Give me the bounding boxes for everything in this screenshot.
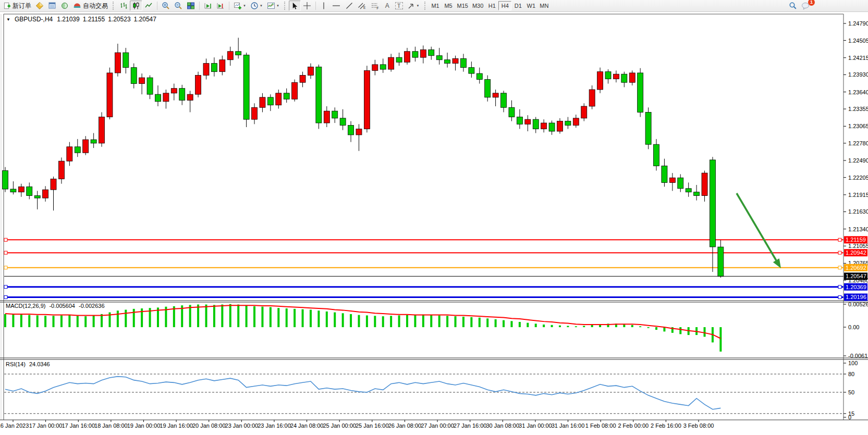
candle-body	[396, 57, 402, 62]
candle-body	[99, 117, 105, 143]
rsi-label: RSI(14) 24.0346	[6, 361, 50, 367]
indicators-icon	[267, 2, 275, 10]
vertical-line-tool-button[interactable]	[318, 1, 329, 11]
chart-window: 1.247901.245051.242151.239301.236401.233…	[0, 12, 868, 435]
candle	[654, 139, 659, 171]
hline-handle[interactable]	[838, 295, 841, 299]
candle-body	[525, 119, 531, 124]
macd-signal-line	[5, 305, 720, 339]
macd-histogram-bar	[20, 314, 22, 327]
auto-scroll-button[interactable]	[202, 1, 214, 11]
text-label-tool-button[interactable]: T	[393, 1, 405, 11]
timeframe-m15[interactable]: M15	[455, 1, 470, 10]
hline-handle[interactable]	[838, 238, 841, 241]
cursor-tool-button[interactable]	[289, 1, 301, 11]
macd-name: MACD(12,26,9)	[6, 303, 45, 309]
time-tick-label: 1 Feb 08:00	[585, 422, 616, 429]
tile-windows-button[interactable]	[185, 1, 197, 11]
timeframe-m30[interactable]: M30	[470, 1, 485, 10]
hline-handle[interactable]	[838, 251, 841, 254]
macd-histogram-bar	[277, 308, 279, 327]
candlestick-chart-button[interactable]	[130, 1, 142, 11]
candle	[589, 85, 595, 109]
cursor-icon	[291, 2, 299, 10]
notifications-button[interactable]: 1	[799, 1, 812, 11]
zoom-out-button[interactable]	[172, 1, 185, 11]
auto-trading-button[interactable]: 自动交易	[71, 1, 110, 11]
candle	[163, 90, 169, 109]
candle	[662, 159, 667, 187]
new-chart-icon	[234, 2, 242, 10]
price-label-text: 1.20547	[846, 273, 866, 279]
chart-menu-icon[interactable]: ▼	[6, 17, 10, 22]
candle-body	[91, 140, 96, 143]
candle-body	[211, 64, 217, 72]
candle-body	[123, 53, 129, 68]
fibonacci-tool-button[interactable]: F	[369, 1, 382, 11]
hline-handle[interactable]	[838, 266, 841, 269]
chart-shift-button[interactable]	[214, 1, 227, 11]
horizontal-line-tool-button[interactable]	[329, 1, 343, 11]
timeframe-m5[interactable]: M5	[442, 1, 455, 10]
candle-body	[364, 70, 370, 129]
candle	[3, 167, 8, 192]
market-watch-button[interactable]	[33, 1, 46, 11]
candle	[236, 38, 241, 58]
chart-canvas[interactable]: 1.247901.245051.242151.239301.236401.233…	[0, 12, 868, 435]
indicators-button[interactable]: ▼	[265, 1, 282, 11]
hline-handle[interactable]	[4, 251, 7, 254]
arrow-object[interactable]	[737, 193, 781, 268]
hline-handle[interactable]	[4, 238, 7, 241]
macd-histogram-bar	[503, 320, 505, 327]
hline-handle[interactable]	[4, 266, 7, 269]
timeframe-w1[interactable]: W1	[524, 1, 537, 10]
navigator-button[interactable]	[58, 1, 71, 11]
macd-histogram-bar	[519, 322, 521, 327]
price-label-text: 1.20369	[846, 284, 866, 290]
timeframe-h1[interactable]: H1	[485, 1, 498, 10]
zoom-in-icon	[162, 2, 170, 10]
crosshair-tool-button[interactable]	[301, 1, 313, 11]
time-axis[interactable]: 16 Jan 202317 Jan 00:0017 Jan 16:0018 Ja…	[0, 420, 714, 429]
candle-body	[469, 68, 474, 73]
candle	[284, 89, 289, 103]
search-button[interactable]	[787, 1, 799, 11]
timeframe-m1[interactable]: M1	[429, 1, 442, 10]
bar-chart-button[interactable]	[117, 1, 130, 11]
candle-body	[686, 189, 691, 192]
zoom-in-button[interactable]	[160, 1, 172, 11]
candle-body	[436, 56, 442, 60]
candle-body	[58, 161, 64, 179]
hline-handle[interactable]	[4, 285, 7, 289]
arrows-tool-button[interactable]: ▼	[405, 1, 422, 11]
macd-histogram-bar	[246, 305, 248, 327]
hline-handle[interactable]	[4, 295, 7, 299]
timeframe-h4[interactable]: H4	[498, 1, 511, 10]
macd-histogram-bar	[455, 316, 457, 327]
channel-tool-button[interactable]: E	[356, 1, 369, 11]
candle	[678, 174, 683, 192]
line-chart-icon	[144, 2, 153, 10]
macd-histogram-bar	[486, 318, 488, 327]
line-chart-button[interactable]	[142, 1, 155, 11]
candle-body	[453, 58, 458, 63]
candle-body	[348, 126, 354, 135]
hline-handle[interactable]	[838, 285, 841, 289]
candle	[340, 109, 346, 130]
candle-body	[3, 171, 8, 189]
price-tick-label: 1.24505	[848, 38, 868, 44]
new-order-button[interactable]: 新订单	[1, 1, 33, 11]
candle	[43, 186, 48, 202]
data-window-button[interactable]	[46, 1, 58, 11]
timeframe-d1[interactable]: D1	[511, 1, 524, 10]
timeframe-mn[interactable]: MN	[537, 1, 551, 10]
trendline-tool-button[interactable]	[343, 1, 356, 11]
periods-button[interactable]: ▼	[248, 1, 265, 11]
time-tick-label: 2 Feb 00:00	[618, 422, 649, 429]
arrow-shapes-icon	[407, 2, 415, 10]
text-tool-button[interactable]: A	[382, 1, 393, 11]
new-chart-button[interactable]: ▼	[231, 1, 248, 11]
price-axis[interactable]: 1.247901.245051.242151.239301.236401.233…	[843, 14, 868, 420]
candle-body	[316, 67, 322, 123]
candle	[549, 120, 555, 134]
